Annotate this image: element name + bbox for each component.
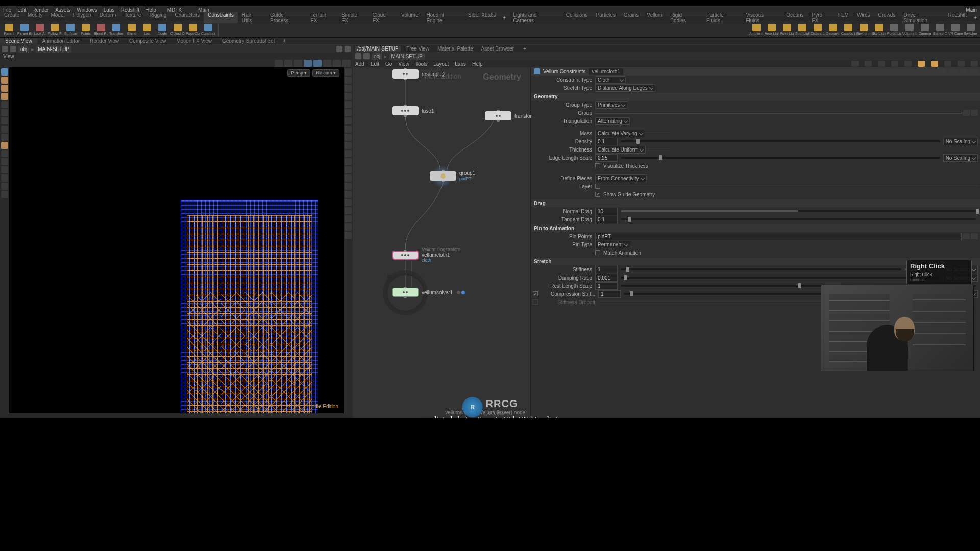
net-icon-5[interactable] bbox=[904, 61, 912, 67]
shelf-tool[interactable]: Transform bbox=[109, 22, 124, 37]
shelf-tool[interactable]: Look At bbox=[33, 22, 47, 37]
compression-stiff-input[interactable]: 1 bbox=[598, 290, 621, 298]
net-menu-go[interactable]: Go bbox=[385, 61, 392, 67]
stretch-type-dropdown[interactable]: Distance Along Edges bbox=[595, 84, 655, 92]
dispopt-12-icon[interactable] bbox=[345, 158, 352, 165]
shelf-tab[interactable]: Particle Fluids bbox=[702, 12, 742, 23]
shelf-tool[interactable]: Object Offset bbox=[170, 22, 185, 37]
dispopt-17-icon[interactable] bbox=[345, 199, 352, 206]
edge-length-input[interactable]: 0.25 bbox=[595, 154, 618, 162]
dispopt-2-icon[interactable] bbox=[345, 77, 352, 84]
dropoff-toggle[interactable] bbox=[533, 299, 538, 305]
brush-tool-icon[interactable] bbox=[1, 134, 8, 141]
shelf-tool[interactable]: Blend bbox=[125, 22, 139, 37]
thickness-dropdown[interactable]: Calculate Uniform bbox=[595, 146, 646, 154]
shelf-tab[interactable]: Crowds bbox=[874, 12, 900, 23]
net-menu-labs[interactable]: Labs bbox=[455, 61, 466, 67]
damping-input[interactable]: 0.001 bbox=[595, 274, 618, 282]
shelf-tool[interactable]: Surface bbox=[63, 22, 78, 37]
shelf-tool[interactable]: Jiggle bbox=[155, 22, 169, 37]
shelf-tool[interactable]: Pose Constraint bbox=[186, 22, 200, 37]
shelf-tool[interactable]: Environment Light bbox=[856, 22, 871, 37]
shelf-tab[interactable]: Deform bbox=[95, 12, 120, 23]
dispopt-7-icon[interactable] bbox=[345, 117, 352, 124]
tangent-drag-slider[interactable] bbox=[621, 218, 976, 220]
add-shelf-icon[interactable]: + bbox=[500, 15, 509, 20]
tangent-drag-input[interactable]: 0.1 bbox=[595, 216, 618, 223]
pane-tab[interactable]: Render View bbox=[85, 38, 124, 44]
shelf-tab[interactable]: Cloud FX bbox=[369, 12, 397, 23]
vp-tool-7[interactable] bbox=[333, 60, 341, 67]
shelf-tab[interactable]: Rigging bbox=[145, 12, 170, 23]
fwd-icon[interactable] bbox=[10, 46, 16, 52]
dispopt-19-icon[interactable] bbox=[345, 215, 352, 222]
shelf-tab[interactable]: Particles bbox=[592, 12, 620, 23]
lasso-tool-icon[interactable] bbox=[1, 93, 8, 100]
cam-dropdown[interactable]: No cam ▾ bbox=[312, 69, 339, 77]
param-reload-icon[interactable] bbox=[960, 68, 967, 74]
shelf-tab[interactable]: Drive Simulation bbox=[899, 12, 944, 23]
param-node-name[interactable]: vellumcloth1 bbox=[589, 68, 623, 75]
vp-tool-3[interactable] bbox=[294, 60, 302, 67]
match-animation-checkbox[interactable] bbox=[595, 250, 600, 255]
param-help-icon[interactable] bbox=[949, 68, 957, 74]
network-tab-tree[interactable]: Tree View bbox=[405, 46, 431, 52]
visualize-thickness-checkbox[interactable] bbox=[595, 163, 600, 168]
add-network-tab-icon[interactable]: + bbox=[520, 46, 529, 52]
shelf-tab[interactable]: Houdini Engine bbox=[422, 12, 464, 23]
shelf-tool[interactable]: Area Light bbox=[765, 22, 779, 37]
pin-points-select-icon[interactable] bbox=[963, 233, 970, 239]
add-pane-icon[interactable]: + bbox=[280, 38, 289, 44]
maximize-icon[interactable] bbox=[345, 46, 351, 52]
shelf-tool[interactable]: VR Camera bbox=[948, 22, 963, 37]
thickness-input[interactable] bbox=[647, 148, 669, 151]
shelf-tool[interactable]: Follow Path bbox=[48, 22, 62, 37]
shelf-tab[interactable]: Rigid Bodies bbox=[666, 12, 702, 23]
shelf-tab[interactable]: Pyro FX bbox=[808, 12, 834, 23]
section-geometry[interactable]: Geometry bbox=[531, 93, 980, 101]
shelf-tool[interactable]: Distant Light bbox=[811, 22, 825, 37]
edge-length-scale-dropdown[interactable]: No Scaling bbox=[943, 154, 978, 162]
dispopt-15-icon[interactable] bbox=[345, 183, 352, 190]
snap-tool-icon[interactable] bbox=[1, 150, 8, 157]
net-icon-1[interactable] bbox=[851, 61, 859, 67]
param-gear-icon[interactable] bbox=[939, 68, 946, 74]
group-select-icon[interactable] bbox=[963, 110, 970, 116]
shelf-tab[interactable]: Texture bbox=[120, 12, 145, 23]
group-type-dropdown[interactable]: Primitives bbox=[595, 101, 627, 109]
shelf-tool[interactable]: Point Light bbox=[780, 22, 794, 37]
triangulation-dropdown[interactable]: Alternating bbox=[595, 117, 630, 125]
net-menu-tools[interactable]: Tools bbox=[415, 61, 427, 67]
rotate-tool-icon[interactable] bbox=[1, 109, 8, 116]
net-fwd-icon[interactable] bbox=[363, 53, 370, 59]
select-tool-icon[interactable] bbox=[1, 77, 8, 84]
pin-icon[interactable] bbox=[336, 46, 342, 52]
group-arrow-icon[interactable] bbox=[971, 110, 978, 116]
dispopt-6-icon[interactable] bbox=[345, 109, 352, 116]
stiffness-input[interactable]: 1 bbox=[595, 266, 618, 273]
damping-slider[interactable] bbox=[621, 277, 940, 279]
shelf-tool[interactable]: Parent bbox=[2, 22, 16, 37]
network-tab-matpal[interactable]: Material Palette bbox=[435, 46, 475, 52]
network-tab-asset[interactable]: Asset Browser bbox=[479, 46, 516, 52]
net-icon-8[interactable] bbox=[944, 61, 951, 67]
normal-drag-slider[interactable] bbox=[621, 210, 976, 212]
dispopt-4-icon[interactable] bbox=[345, 93, 352, 100]
compression-toggle[interactable] bbox=[533, 291, 538, 296]
shelf-tool[interactable]: Switcher Camera bbox=[964, 22, 978, 37]
shelf-tool[interactable]: Lag bbox=[140, 22, 154, 37]
net-path-setup[interactable]: MAIN-SETUP bbox=[389, 53, 425, 60]
shelf-tab[interactable]: Modify bbox=[23, 12, 46, 23]
shelf-tab[interactable]: Characters bbox=[170, 12, 204, 23]
show-guide-checkbox[interactable] bbox=[595, 192, 600, 197]
display-tool-icon[interactable] bbox=[1, 191, 8, 198]
shelf-tab[interactable]: Viscous Fluids bbox=[742, 12, 782, 23]
net-icon-7[interactable] bbox=[931, 61, 938, 67]
flipbook-tool-icon[interactable] bbox=[1, 174, 8, 182]
dispopt-20-icon[interactable] bbox=[345, 223, 352, 231]
dispopt-1-icon[interactable] bbox=[345, 68, 352, 76]
path-obj[interactable]: obj bbox=[18, 46, 29, 53]
group-input[interactable] bbox=[595, 112, 962, 114]
vp-tool-4[interactable] bbox=[304, 60, 312, 67]
back-icon[interactable] bbox=[2, 46, 8, 52]
